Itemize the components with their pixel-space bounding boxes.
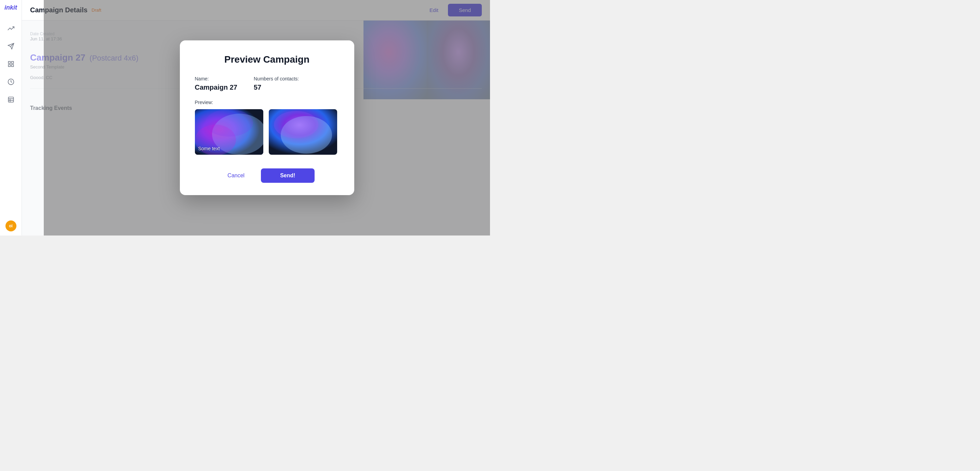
sidebar-item-contacts[interactable] (4, 93, 18, 107)
modal-name-label: Name: (195, 76, 237, 81)
svg-rect-5 (8, 65, 10, 67)
modal-title: Preview Campaign (195, 54, 339, 65)
avatar[interactable]: oi (5, 220, 16, 232)
svg-rect-7 (8, 97, 13, 102)
sidebar-item-history[interactable] (4, 75, 18, 89)
app-logo: inkit (5, 4, 17, 11)
svg-rect-3 (11, 62, 13, 64)
modal-preview-label: Preview: (195, 100, 339, 105)
modal-name-item: Name: Campaign 27 (195, 76, 237, 91)
modal-name-value: Campaign 27 (195, 83, 237, 91)
modal-contacts-item: Numbers of contacts: 57 (254, 76, 299, 91)
preview-image-1: Some text (195, 109, 263, 155)
sidebar-item-analytics[interactable] (4, 22, 18, 35)
cancel-button[interactable]: Cancel (219, 169, 253, 182)
preview-modal: Preview Campaign Name: Campaign 27 Numbe… (180, 40, 354, 195)
main-content: Campaign Details Draft Edit Send Date Cr… (22, 0, 490, 235)
modal-actions: Cancel Send! (195, 168, 339, 183)
modal-contacts-value: 57 (254, 83, 299, 91)
modal-preview-images: Some text (195, 109, 339, 155)
svg-rect-4 (11, 65, 13, 67)
sidebar-item-dashboard[interactable] (4, 57, 18, 71)
sidebar: inkit oi (0, 0, 22, 235)
send-confirm-button[interactable]: Send! (261, 168, 314, 183)
svg-point-17 (274, 111, 318, 138)
preview-image-2 (269, 109, 337, 155)
svg-point-14 (205, 109, 253, 137)
sidebar-bottom: oi (5, 220, 16, 232)
modal-contacts-label: Numbers of contacts: (254, 76, 299, 81)
svg-rect-2 (8, 62, 10, 64)
sidebar-item-campaigns[interactable] (4, 39, 18, 53)
modal-overlay: Preview Campaign Name: Campaign 27 Numbe… (44, 0, 490, 235)
modal-info-row: Name: Campaign 27 Numbers of contacts: 5… (195, 76, 339, 91)
preview-image-1-text: Some text (198, 146, 220, 151)
